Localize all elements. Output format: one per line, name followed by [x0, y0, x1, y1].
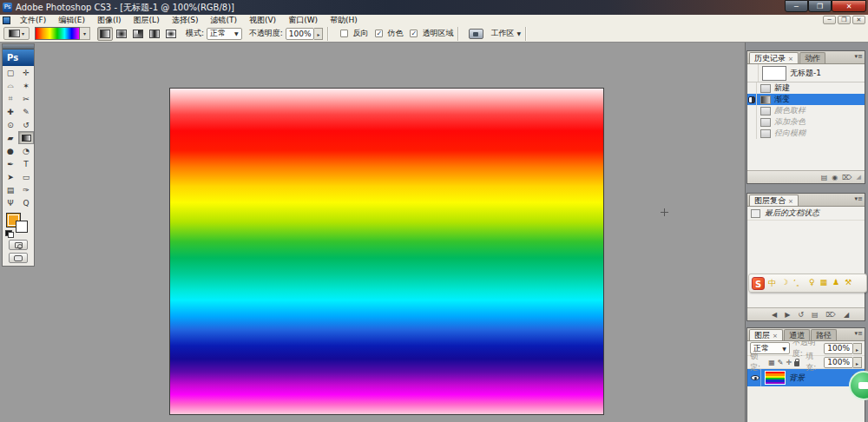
tool-preset-picker[interactable]: ▾ — [3, 27, 30, 40]
history-source-cell[interactable] — [747, 82, 757, 94]
history-state-渐变[interactable]: 渐变 — [747, 94, 865, 105]
checkbox-仿色[interactable]: ✓ — [375, 30, 383, 37]
gradient-type-radial[interactable] — [114, 27, 129, 41]
tool-pen[interactable]: ✒ — [3, 157, 18, 170]
update-comp-icon[interactable]: ↺ — [798, 311, 804, 319]
fill-input[interactable]: 100% — [824, 357, 853, 368]
menu-item-滤镜[interactable]: 滤镜(T) — [204, 15, 243, 25]
tool-type[interactable]: T — [18, 157, 34, 170]
tool-move[interactable]: ✛ — [18, 66, 34, 79]
next-comp-icon[interactable]: ▶ — [785, 311, 790, 319]
history-source-cell[interactable] — [747, 128, 757, 139]
tab-通道[interactable]: 通道 — [784, 329, 810, 340]
close-icon[interactable]: × — [773, 333, 778, 340]
doc-minimize-button[interactable]: ─ — [823, 16, 836, 24]
tab-动作[interactable]: 动作 — [799, 52, 825, 63]
tool-eyedropper[interactable]: ✑ — [18, 183, 34, 196]
gradient-type-angle[interactable] — [130, 27, 146, 41]
tool-zoom[interactable]: Q — [18, 196, 34, 209]
resize-grip[interactable]: ◢ — [844, 311, 849, 319]
tool-history-brush[interactable]: ↺ — [18, 118, 34, 131]
history-state-添加杂色[interactable]: 添加杂色 — [747, 116, 865, 128]
blend-mode-select[interactable]: 正常▼ — [207, 28, 242, 40]
history-snapshot-row[interactable]: 无标题-1 — [747, 64, 865, 82]
menu-item-图层[interactable]: 图层(L) — [128, 15, 166, 25]
layer-opacity-spinner[interactable]: ▸ — [853, 343, 862, 354]
doc-close-button[interactable]: ✕ — [852, 16, 865, 24]
menu-item-编辑[interactable]: 编辑(E) — [52, 15, 91, 25]
quick-mask-button[interactable] — [9, 240, 28, 250]
tool-hand[interactable]: Ψ — [3, 196, 18, 209]
doc-restore-button[interactable]: ❐ — [838, 16, 851, 24]
tool-crop[interactable]: ⌗ — [3, 92, 18, 105]
previous-comp-icon[interactable]: ◀ — [772, 311, 777, 319]
history-source-cell[interactable] — [747, 116, 757, 128]
panel-menu-icon[interactable]: ▾≡ — [855, 330, 863, 337]
resize-grip[interactable]: ◢ — [857, 174, 861, 181]
lock-transparency-icon[interactable]: ▦ — [768, 359, 775, 366]
menu-item-视图[interactable]: 视图(V) — [243, 15, 282, 25]
gradient-type-reflected[interactable] — [147, 27, 162, 41]
opacity-input[interactable]: 100% — [286, 28, 315, 40]
layer-opacity-input[interactable]: 100% — [824, 343, 853, 354]
tool-path-selection[interactable]: ➤ — [3, 170, 18, 183]
panel-menu-icon[interactable]: ▾≡ — [855, 53, 863, 60]
minimize-button[interactable]: ─ — [785, 0, 808, 12]
screen-mode-button[interactable] — [9, 253, 28, 263]
visibility-cell[interactable] — [749, 369, 761, 386]
menu-item-帮助[interactable]: 帮助(H) — [324, 15, 364, 25]
close-icon[interactable]: × — [788, 198, 793, 205]
punctuation-toggle[interactable]: ’。 — [793, 278, 804, 289]
workspace-label[interactable]: 工作区 — [490, 28, 514, 39]
tool-blur[interactable]: ● — [3, 144, 18, 157]
gradient-picker-arrow[interactable]: ▾ — [80, 27, 90, 40]
document-canvas[interactable] — [169, 88, 604, 415]
new-document-from-state-icon[interactable]: ▤ — [821, 174, 828, 181]
new-snapshot-icon[interactable]: ◉ — [832, 174, 838, 181]
tool-slice[interactable]: ✂ — [18, 92, 34, 105]
tool-healing-brush[interactable]: ✚ — [3, 105, 18, 118]
lock-position-icon[interactable]: ✛ — [786, 359, 792, 366]
menu-item-图像[interactable]: 图像(I) — [91, 15, 128, 25]
tab-图层[interactable]: 图层× — [749, 329, 783, 340]
soft-keyboard[interactable]: ▦ — [820, 278, 828, 289]
tool-eraser[interactable]: ▰ — [3, 131, 18, 144]
background-color-swatch[interactable] — [16, 221, 28, 233]
default-colors-icon[interactable] — [5, 230, 12, 236]
menu-item-窗口[interactable]: 窗口(W) — [282, 15, 324, 25]
maximize-button[interactable]: ❐ — [808, 0, 832, 12]
gradient-type-linear[interactable] — [97, 27, 113, 41]
panel-menu-icon[interactable]: ▾≡ — [855, 195, 863, 202]
input-mode-chinese[interactable]: 中 — [768, 278, 776, 289]
gradient-type-diamond[interactable] — [163, 27, 179, 41]
tool-shape[interactable]: ▭ — [18, 170, 34, 183]
emoji-picker[interactable]: ♀ — [809, 278, 815, 289]
fill-spinner[interactable]: ▸ — [853, 357, 862, 368]
opacity-spinner[interactable]: ▸ — [314, 28, 323, 40]
tool-magic-wand[interactable]: ✶ — [18, 79, 34, 92]
gradient-preview[interactable] — [35, 27, 80, 40]
menu-item-选择[interactable]: 选择(S) — [166, 15, 205, 25]
history-state-径向模糊[interactable]: 径向模糊 — [747, 128, 865, 139]
tool-clone-stamp[interactable]: ⊙ — [3, 118, 18, 131]
layer-comp-row[interactable]: 最后的文档状态 — [747, 207, 865, 221]
tool-notes[interactable]: ▤ — [3, 183, 18, 196]
checkbox-透明区域[interactable]: ✓ — [410, 30, 418, 37]
history-state-新建[interactable]: 新建 — [747, 82, 865, 94]
toolbox-wrench[interactable]: ⚒ — [845, 278, 852, 289]
tool-dodge[interactable]: ◔ — [18, 144, 34, 157]
tool-rectangular-marquee[interactable]: ▢ — [3, 66, 18, 79]
checkbox-反向[interactable] — [340, 30, 348, 37]
tab-layer-comps[interactable]: 图层复合× — [749, 195, 799, 206]
history-source-cell[interactable] — [747, 105, 757, 116]
tab-历史记录[interactable]: 历史记录× — [749, 52, 799, 63]
close-button[interactable]: ✕ — [832, 0, 866, 12]
lock-all-icon[interactable] — [794, 361, 799, 366]
lock-image-icon[interactable]: ✎ — [778, 359, 784, 366]
fullwidth-toggle[interactable]: ☽ — [781, 278, 788, 289]
new-comp-icon[interactable]: ▤ — [812, 311, 819, 319]
delete-comp-icon[interactable]: ⌦ — [826, 311, 836, 319]
history-source-cell[interactable] — [749, 64, 759, 82]
tab-路径[interactable]: 路径 — [811, 329, 837, 340]
sogou-logo-icon[interactable]: S — [752, 277, 765, 290]
